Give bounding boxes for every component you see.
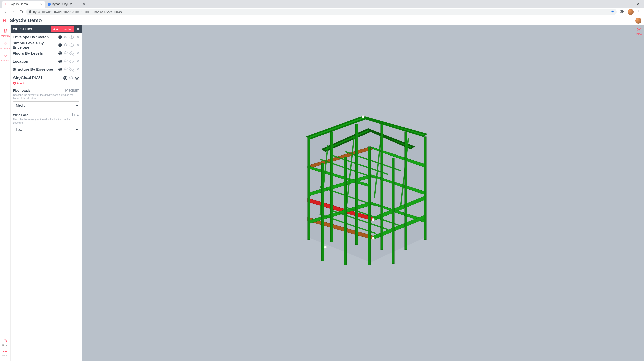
bookmark-star-icon[interactable]: ★ [611, 10, 614, 14]
outputs-icon [3, 54, 7, 59]
nav-back-button[interactable] [2, 9, 8, 15]
function-item[interactable]: Envelope By Sketch <> ✕ [11, 33, 82, 41]
rail-more[interactable]: ••• More... [0, 348, 10, 358]
param-floor-loads: Floor Loads Medium Describe the severity… [13, 88, 79, 109]
address-bar[interactable]: hypar.io/workflows/cefb20e3-cec4-4cdd-ad… [26, 9, 617, 15]
status-dot-icon[interactable] [63, 76, 67, 80]
workflow-header-label: WORKFLOW [13, 27, 32, 31]
function-item[interactable]: Structure By Envelope ✕ [11, 65, 82, 73]
svg-point-47 [362, 115, 364, 118]
svg-point-19 [77, 78, 78, 79]
browser-titlebar: H SkyCiv Demo × ⬤ hypar | SkyCiv × + — ▢… [0, 0, 644, 8]
lock-icon [29, 10, 32, 14]
browser-menu-icon[interactable]: ⋮ [637, 11, 640, 13]
tab-close-icon[interactable]: × [83, 2, 85, 6]
eye-off-icon[interactable] [69, 51, 74, 56]
window-close-button[interactable]: ✕ [632, 0, 644, 8]
status-dot-icon[interactable] [58, 43, 62, 47]
add-function-label: Add Function [56, 28, 72, 31]
param-value-display: Low [72, 113, 79, 117]
layers-icon[interactable] [63, 51, 68, 55]
function-expanded: SkyCiv-API-V1 i About Floor Loads Medium [11, 74, 82, 136]
remove-icon[interactable]: ✕ [75, 67, 80, 72]
window-maximize-button[interactable]: ▢ [621, 0, 632, 8]
rail-workflow[interactable]: Workflow [0, 27, 10, 39]
url-text: hypar.io/workflows/cefb20e3-cec4-4cdd-ad… [33, 10, 610, 14]
svg-rect-38 [330, 132, 333, 242]
rail-share[interactable]: Share [0, 337, 10, 348]
svg-marker-16 [64, 68, 67, 69]
function-name: Structure By Envelope [13, 67, 57, 71]
browser-chrome: H SkyCiv Demo × ⬤ hypar | SkyCiv × + — ▢… [0, 0, 644, 16]
eye-icon[interactable] [69, 35, 74, 39]
function-item[interactable]: Simple Levels By Envelope ✕ [11, 41, 82, 49]
svg-rect-39 [355, 124, 358, 245]
remove-icon[interactable]: ✕ [75, 35, 80, 39]
eye-off-icon[interactable] [69, 67, 74, 72]
status-dot-icon[interactable] [58, 51, 62, 55]
close-panel-button[interactable]: ✕ [74, 25, 82, 33]
remove-icon[interactable]: ✕ [75, 51, 80, 56]
eye-icon[interactable] [69, 59, 74, 64]
workflow-panel: WORKFLOW Add Function ✕ Envelope By Sket… [11, 25, 82, 361]
status-dot-icon[interactable] [58, 60, 62, 63]
function-name: Floors By Levels [13, 51, 57, 55]
status-dot-icon[interactable] [58, 35, 62, 39]
svg-point-48 [372, 218, 374, 221]
function-item[interactable]: Floors By Levels ✕ [11, 49, 82, 57]
layers-icon[interactable]: <> [63, 35, 68, 39]
svg-rect-42 [424, 137, 426, 240]
add-function-button[interactable]: Add Function [51, 26, 74, 32]
rail-label: Outputs [1, 59, 9, 62]
user-avatar-icon[interactable] [635, 18, 641, 24]
param-description: Describe the severity of the wind load a… [13, 118, 79, 124]
svg-rect-44 [344, 157, 347, 265]
window-minimize-button[interactable]: — [609, 0, 621, 8]
layers-icon[interactable] [63, 67, 68, 71]
functions-icon [3, 42, 7, 47]
about-link[interactable]: i About [13, 82, 79, 85]
svg-rect-43 [368, 147, 371, 265]
extensions-icon[interactable] [620, 9, 624, 14]
eye-off-icon[interactable] [69, 43, 74, 47]
extension-icons: ⋮ [619, 9, 642, 15]
profile-avatar-icon[interactable] [628, 9, 634, 15]
view-toggle-button[interactable]: VIEW [636, 27, 642, 35]
remove-icon[interactable]: ✕ [75, 43, 80, 47]
tab-close-icon[interactable]: × [40, 2, 42, 6]
tab-title: SkyCiv Demo [10, 2, 39, 6]
wind-load-select[interactable]: LowMediumHigh [13, 126, 79, 133]
hypar-logo-icon[interactable]: H [3, 18, 7, 23]
param-value-display: Medium [65, 88, 79, 93]
nav-forward-button[interactable] [10, 9, 16, 15]
svg-marker-14 [64, 60, 67, 61]
layers-icon[interactable] [63, 43, 68, 47]
nav-reload-button[interactable] [18, 9, 24, 15]
new-tab-button[interactable]: + [88, 2, 94, 8]
function-row[interactable]: SkyCiv-API-V1 [13, 76, 79, 81]
function-item[interactable]: Location ✕ [11, 57, 82, 65]
svg-point-9 [71, 36, 72, 38]
svg-rect-46 [321, 163, 324, 261]
eye-icon[interactable] [75, 76, 79, 81]
rail-label: Share [2, 344, 8, 346]
layers-icon[interactable] [69, 76, 73, 80]
rail-outputs[interactable]: Outputs [0, 53, 10, 63]
status-dot-icon[interactable] [58, 68, 62, 71]
more-icon: ••• [3, 349, 8, 354]
tab-favicon-icon: ⬤ [47, 2, 51, 6]
viewport-3d[interactable]: VIEW .g { stroke: #0a7a0a; fill: #18a318… [82, 25, 644, 361]
svg-rect-40 [381, 124, 383, 250]
browser-tab-active[interactable]: H SkyCiv Demo × [2, 1, 45, 8]
svg-point-6 [53, 28, 54, 29]
view-label: VIEW [636, 33, 642, 35]
svg-marker-8 [67, 37, 68, 37]
svg-marker-12 [64, 51, 67, 53]
rail-functions[interactable]: Functions [0, 40, 10, 51]
browser-tab-inactive[interactable]: ⬤ hypar | SkyCiv × [45, 1, 88, 8]
remove-icon[interactable]: ✕ [75, 59, 80, 64]
layers-icon[interactable] [63, 59, 68, 63]
floor-loads-select[interactable]: LowMediumHigh [13, 101, 79, 109]
app-header: H SkyCiv Demo [0, 16, 644, 25]
svg-rect-3 [6, 44, 7, 45]
